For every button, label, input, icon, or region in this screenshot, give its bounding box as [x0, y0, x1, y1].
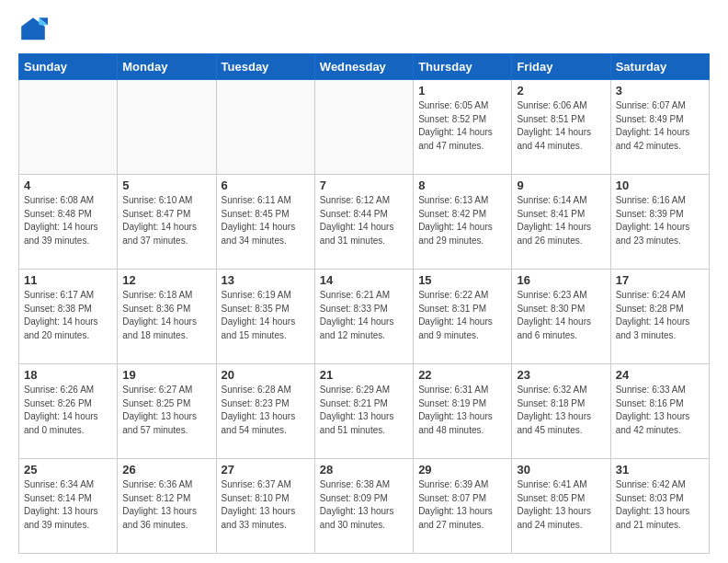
day-info: Sunrise: 6:14 AM Sunset: 8:41 PM Dayligh… [517, 194, 605, 247]
day-number: 9 [517, 178, 605, 192]
day-number: 2 [517, 84, 605, 98]
day-number: 12 [122, 273, 210, 287]
day-number: 8 [418, 178, 506, 192]
day-number: 18 [24, 368, 112, 382]
day-number: 28 [320, 463, 408, 477]
day-number: 17 [616, 273, 704, 287]
day-number: 25 [24, 463, 112, 477]
day-info: Sunrise: 6:21 AM Sunset: 8:33 PM Dayligh… [320, 289, 408, 342]
day-number: 29 [418, 463, 506, 477]
day-info: Sunrise: 6:16 AM Sunset: 8:39 PM Dayligh… [616, 194, 704, 247]
calendar-cell: 12Sunrise: 6:18 AM Sunset: 8:36 PM Dayli… [118, 270, 216, 364]
calendar-cell: 23Sunrise: 6:32 AM Sunset: 8:18 PM Dayli… [512, 364, 610, 459]
weekday-header: Tuesday [216, 54, 314, 80]
day-number: 21 [320, 368, 408, 382]
calendar-week-row: 11Sunrise: 6:17 AM Sunset: 8:38 PM Dayli… [19, 270, 710, 364]
calendar-table: SundayMondayTuesdayWednesdayThursdayFrid… [18, 53, 710, 554]
logo-icon [18, 15, 48, 44]
day-number: 15 [418, 273, 506, 287]
day-info: Sunrise: 6:18 AM Sunset: 8:36 PM Dayligh… [122, 289, 210, 342]
day-info: Sunrise: 6:31 AM Sunset: 8:19 PM Dayligh… [418, 384, 506, 437]
calendar-header: SundayMondayTuesdayWednesdayThursdayFrid… [19, 54, 710, 80]
calendar-cell [216, 80, 314, 175]
calendar-cell: 10Sunrise: 6:16 AM Sunset: 8:39 PM Dayli… [610, 175, 709, 270]
logo [18, 15, 51, 44]
day-info: Sunrise: 6:42 AM Sunset: 8:03 PM Dayligh… [616, 478, 704, 532]
day-info: Sunrise: 6:13 AM Sunset: 8:42 PM Dayligh… [418, 194, 506, 247]
weekday-header: Wednesday [314, 54, 413, 80]
calendar-cell: 6Sunrise: 6:11 AM Sunset: 8:45 PM Daylig… [216, 175, 314, 270]
calendar-cell: 18Sunrise: 6:26 AM Sunset: 8:26 PM Dayli… [19, 364, 118, 459]
day-number: 5 [122, 178, 210, 192]
day-info: Sunrise: 6:05 AM Sunset: 8:52 PM Dayligh… [418, 99, 506, 153]
day-info: Sunrise: 6:10 AM Sunset: 8:47 PM Dayligh… [122, 194, 210, 247]
day-info: Sunrise: 6:08 AM Sunset: 8:48 PM Dayligh… [24, 194, 112, 247]
calendar-cell: 30Sunrise: 6:41 AM Sunset: 8:05 PM Dayli… [512, 459, 610, 554]
calendar-cell: 17Sunrise: 6:24 AM Sunset: 8:28 PM Dayli… [610, 270, 709, 364]
day-number: 23 [517, 368, 605, 382]
day-number: 13 [222, 273, 310, 287]
day-info: Sunrise: 6:27 AM Sunset: 8:25 PM Dayligh… [122, 384, 210, 437]
day-number: 19 [122, 368, 210, 382]
day-info: Sunrise: 6:12 AM Sunset: 8:44 PM Dayligh… [320, 194, 408, 247]
day-number: 10 [616, 178, 704, 192]
weekday-header: Thursday [414, 54, 512, 80]
calendar-cell: 1Sunrise: 6:05 AM Sunset: 8:52 PM Daylig… [414, 80, 512, 175]
calendar-cell: 28Sunrise: 6:38 AM Sunset: 8:09 PM Dayli… [314, 459, 413, 554]
calendar-cell: 16Sunrise: 6:23 AM Sunset: 8:30 PM Dayli… [512, 270, 610, 364]
day-info: Sunrise: 6:22 AM Sunset: 8:31 PM Dayligh… [418, 289, 506, 342]
day-info: Sunrise: 6:19 AM Sunset: 8:35 PM Dayligh… [222, 289, 310, 342]
calendar-cell: 24Sunrise: 6:33 AM Sunset: 8:16 PM Dayli… [610, 364, 709, 459]
weekday-header: Monday [118, 54, 216, 80]
day-info: Sunrise: 6:33 AM Sunset: 8:16 PM Dayligh… [616, 384, 704, 437]
calendar-cell: 26Sunrise: 6:36 AM Sunset: 8:12 PM Dayli… [118, 459, 216, 554]
day-number: 31 [616, 463, 704, 477]
calendar-week-row: 25Sunrise: 6:34 AM Sunset: 8:14 PM Dayli… [19, 459, 710, 554]
header [18, 15, 710, 44]
day-info: Sunrise: 6:37 AM Sunset: 8:10 PM Dayligh… [222, 478, 310, 532]
calendar-cell: 9Sunrise: 6:14 AM Sunset: 8:41 PM Daylig… [512, 175, 610, 270]
calendar-cell: 21Sunrise: 6:29 AM Sunset: 8:21 PM Dayli… [314, 364, 413, 459]
calendar-cell: 5Sunrise: 6:10 AM Sunset: 8:47 PM Daylig… [118, 175, 216, 270]
calendar-cell: 8Sunrise: 6:13 AM Sunset: 8:42 PM Daylig… [414, 175, 512, 270]
calendar-cell: 14Sunrise: 6:21 AM Sunset: 8:33 PM Dayli… [314, 270, 413, 364]
calendar-cell [118, 80, 216, 175]
calendar-cell: 27Sunrise: 6:37 AM Sunset: 8:10 PM Dayli… [216, 459, 314, 554]
day-info: Sunrise: 6:36 AM Sunset: 8:12 PM Dayligh… [122, 478, 210, 532]
calendar-cell: 25Sunrise: 6:34 AM Sunset: 8:14 PM Dayli… [19, 459, 118, 554]
day-number: 1 [418, 84, 506, 98]
calendar-week-row: 1Sunrise: 6:05 AM Sunset: 8:52 PM Daylig… [19, 80, 710, 175]
calendar-cell: 15Sunrise: 6:22 AM Sunset: 8:31 PM Dayli… [414, 270, 512, 364]
day-number: 16 [517, 273, 605, 287]
day-info: Sunrise: 6:39 AM Sunset: 8:07 PM Dayligh… [418, 478, 506, 532]
calendar-cell: 11Sunrise: 6:17 AM Sunset: 8:38 PM Dayli… [19, 270, 118, 364]
day-info: Sunrise: 6:06 AM Sunset: 8:51 PM Dayligh… [517, 99, 605, 153]
calendar-cell: 31Sunrise: 6:42 AM Sunset: 8:03 PM Dayli… [610, 459, 709, 554]
day-info: Sunrise: 6:26 AM Sunset: 8:26 PM Dayligh… [24, 384, 112, 437]
day-number: 14 [320, 273, 408, 287]
day-info: Sunrise: 6:41 AM Sunset: 8:05 PM Dayligh… [517, 478, 605, 532]
day-number: 26 [122, 463, 210, 477]
day-number: 30 [517, 463, 605, 477]
calendar-cell [314, 80, 413, 175]
calendar-body: 1Sunrise: 6:05 AM Sunset: 8:52 PM Daylig… [19, 80, 710, 554]
day-info: Sunrise: 6:29 AM Sunset: 8:21 PM Dayligh… [320, 384, 408, 437]
calendar-cell: 19Sunrise: 6:27 AM Sunset: 8:25 PM Dayli… [118, 364, 216, 459]
day-info: Sunrise: 6:23 AM Sunset: 8:30 PM Dayligh… [517, 289, 605, 342]
calendar-cell: 2Sunrise: 6:06 AM Sunset: 8:51 PM Daylig… [512, 80, 610, 175]
calendar-week-row: 4Sunrise: 6:08 AM Sunset: 8:48 PM Daylig… [19, 175, 710, 270]
day-number: 11 [24, 273, 112, 287]
page: SundayMondayTuesdayWednesdayThursdayFrid… [0, 0, 728, 563]
weekday-header: Sunday [19, 54, 118, 80]
calendar-cell: 3Sunrise: 6:07 AM Sunset: 8:49 PM Daylig… [610, 80, 709, 175]
calendar-cell: 7Sunrise: 6:12 AM Sunset: 8:44 PM Daylig… [314, 175, 413, 270]
day-number: 22 [418, 368, 506, 382]
day-info: Sunrise: 6:17 AM Sunset: 8:38 PM Dayligh… [24, 289, 112, 342]
calendar-week-row: 18Sunrise: 6:26 AM Sunset: 8:26 PM Dayli… [19, 364, 710, 459]
day-info: Sunrise: 6:11 AM Sunset: 8:45 PM Dayligh… [222, 194, 310, 247]
calendar-cell: 20Sunrise: 6:28 AM Sunset: 8:23 PM Dayli… [216, 364, 314, 459]
day-number: 20 [222, 368, 310, 382]
day-number: 6 [222, 178, 310, 192]
day-number: 3 [616, 84, 704, 98]
weekday-header: Saturday [610, 54, 709, 80]
